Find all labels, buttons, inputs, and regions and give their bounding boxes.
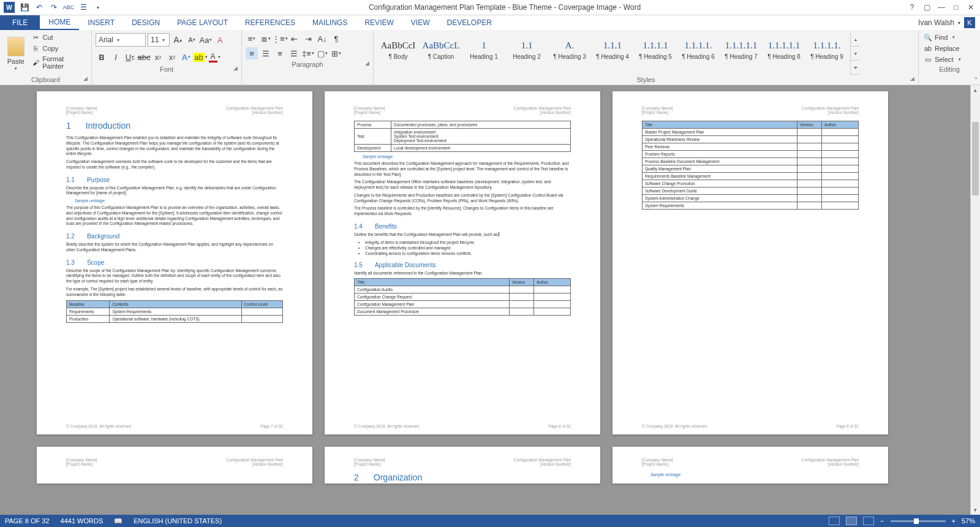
user-badge: K bbox=[964, 17, 975, 28]
minimize-icon[interactable]: — bbox=[937, 3, 946, 12]
line-spacing-button[interactable]: ‡≡▾ bbox=[302, 47, 314, 59]
grow-font-button[interactable]: A▴ bbox=[172, 34, 184, 46]
copy-button[interactable]: ⎘Copy bbox=[30, 44, 88, 53]
font-color-button[interactable]: A▾ bbox=[208, 51, 221, 63]
styles-more-icon[interactable]: ⏷ bbox=[851, 61, 860, 75]
brush-icon: 🖌 bbox=[31, 58, 40, 67]
paragraph-launcher-icon[interactable]: ◢ bbox=[365, 58, 369, 68]
subscript-button[interactable]: x2 bbox=[152, 51, 164, 63]
borders-button[interactable]: ⊞▾ bbox=[330, 47, 342, 59]
clipboard-launcher-icon[interactable]: ◢ bbox=[83, 74, 88, 83]
align-right-button[interactable]: ≡ bbox=[274, 47, 286, 59]
styles-scroll[interactable]: ▴ ▾ ⏷ bbox=[850, 32, 860, 75]
style-item[interactable]: AaBbCcL¶ Caption bbox=[420, 32, 462, 68]
strikethrough-button[interactable]: abc bbox=[138, 51, 150, 63]
undo-icon[interactable]: ↶ bbox=[34, 2, 44, 12]
spellcheck-icon[interactable]: ABC bbox=[64, 2, 74, 12]
copy-icon: ⎘ bbox=[31, 44, 40, 53]
increase-indent-button[interactable]: ⇥ bbox=[302, 32, 314, 45]
maximize-icon[interactable]: □ bbox=[952, 3, 960, 12]
scissors-icon: ✂ bbox=[31, 33, 40, 42]
multilevel-button[interactable]: ⋮≡▾ bbox=[274, 32, 286, 45]
window-title: Configuration Management Plan Template -… bbox=[107, 3, 903, 12]
help-icon[interactable]: ? bbox=[908, 3, 916, 12]
paste-button[interactable]: Paste ▾ bbox=[4, 32, 28, 75]
tab-insert[interactable]: INSERT bbox=[79, 15, 123, 30]
word-icon: W bbox=[4, 2, 15, 13]
ribbon-tabs: FILE HOME INSERT DESIGN PAGE LAYOUT REFE… bbox=[0, 15, 980, 30]
justify-button[interactable]: ☰ bbox=[288, 47, 300, 59]
group-font: Arial▾ 11▾ A▴ A▾ Aa▾ A B I U▾ abc x2 x2 … bbox=[92, 30, 242, 85]
user-name: Ivan Walsh bbox=[918, 18, 954, 27]
style-item[interactable]: 1.1.1.1¶ Heading 5 bbox=[635, 32, 676, 68]
style-item[interactable]: 1.1.1.1.¶ Heading 9 bbox=[806, 32, 848, 68]
bullets-button[interactable]: ≡▾ bbox=[246, 32, 258, 45]
style-item[interactable]: AaBbCcI¶ Body bbox=[377, 32, 419, 68]
touch-mode-icon[interactable]: ☰ bbox=[78, 2, 88, 12]
group-clipboard: Paste ▾ ✂Cut ⎘Copy 🖌Format Painter Clipb… bbox=[0, 30, 92, 85]
sort-button[interactable]: A↓ bbox=[316, 32, 328, 45]
tab-developer[interactable]: DEVELOPER bbox=[438, 15, 500, 30]
group-editing: 🔍Find▾ abReplace ▭Select▾ Editing bbox=[919, 30, 980, 85]
show-marks-button[interactable]: ¶ bbox=[330, 32, 342, 45]
tab-mailings[interactable]: MAILINGS bbox=[304, 15, 356, 30]
numbering-button[interactable]: ≣▾ bbox=[260, 32, 272, 45]
change-case-button[interactable]: Aa▾ bbox=[200, 34, 212, 46]
collapse-ribbon-icon[interactable]: ˄ bbox=[974, 77, 978, 83]
tab-references[interactable]: REFERENCES bbox=[236, 15, 304, 30]
select-button[interactable]: ▭Select▾ bbox=[922, 55, 976, 64]
shading-button[interactable]: ▢▾ bbox=[316, 47, 328, 59]
underline-button[interactable]: U▾ bbox=[124, 51, 136, 63]
cut-button[interactable]: ✂Cut bbox=[30, 32, 88, 42]
bold-button[interactable]: B bbox=[96, 51, 108, 63]
style-item[interactable]: 1.1Heading 2 bbox=[506, 32, 548, 68]
qat-customize-icon[interactable]: ▾ bbox=[93, 2, 103, 12]
style-item[interactable]: 1.1.1.1.1¶ Heading 7 bbox=[720, 32, 762, 68]
decrease-indent-button[interactable]: ⇤ bbox=[288, 32, 300, 45]
quick-access-toolbar: W 💾 ↶ ↷ ABC ☰ ▾ bbox=[0, 2, 107, 13]
tab-home[interactable]: HOME bbox=[40, 15, 79, 30]
highlight-button[interactable]: ab▾ bbox=[194, 51, 206, 63]
tab-design[interactable]: DESIGN bbox=[123, 15, 168, 30]
font-size-combo[interactable]: 11▾ bbox=[148, 33, 170, 47]
text-effects-button[interactable]: A▾ bbox=[180, 51, 192, 63]
title-bar: W 💾 ↶ ↷ ABC ☰ ▾ Configuration Management… bbox=[0, 0, 980, 15]
align-left-button[interactable]: ≡ bbox=[246, 47, 258, 59]
save-icon[interactable]: 💾 bbox=[20, 2, 29, 12]
cursor-icon: ▭ bbox=[924, 55, 932, 64]
redo-icon[interactable]: ↷ bbox=[49, 2, 59, 12]
font-name-combo[interactable]: Arial▾ bbox=[96, 33, 146, 47]
find-button[interactable]: 🔍Find▾ bbox=[922, 32, 976, 42]
group-paragraph: ≡▾ ≣▾ ⋮≡▾ ⇤ ⇥ A↓ ¶ ≡ ☰ ≡ ☰ ‡≡▾ ▢▾ ⊞▾ Par… bbox=[242, 30, 374, 85]
styles-launcher-icon[interactable]: ◢ bbox=[910, 74, 914, 83]
styles-scroll-down-icon[interactable]: ▾ bbox=[851, 47, 860, 61]
tab-view[interactable]: VIEW bbox=[402, 15, 439, 30]
search-icon: 🔍 bbox=[924, 33, 932, 42]
close-icon[interactable]: ✕ bbox=[967, 3, 975, 12]
style-item[interactable]: 1.1.1.1.1¶ Heading 8 bbox=[763, 32, 805, 68]
superscript-button[interactable]: x2 bbox=[166, 51, 178, 63]
styles-gallery[interactable]: AaBbCcI¶ BodyAaBbCcL¶ Caption1Heading 11… bbox=[377, 32, 848, 75]
style-item[interactable]: 1Heading 1 bbox=[463, 32, 505, 68]
style-item[interactable]: A.¶ Heading 3 bbox=[549, 32, 590, 68]
shrink-font-button[interactable]: A▾ bbox=[186, 34, 198, 46]
font-launcher-icon[interactable]: ◢ bbox=[233, 63, 238, 73]
styles-scroll-up-icon[interactable]: ▴ bbox=[851, 32, 860, 47]
replace-button[interactable]: abReplace bbox=[922, 44, 976, 53]
ribbon: Paste ▾ ✂Cut ⎘Copy 🖌Format Painter Clipb… bbox=[0, 30, 980, 85]
align-center-button[interactable]: ☰ bbox=[260, 47, 272, 59]
tab-review[interactable]: REVIEW bbox=[356, 15, 402, 30]
tab-page-layout[interactable]: PAGE LAYOUT bbox=[168, 15, 236, 30]
style-item[interactable]: 1.1.1¶ Heading 4 bbox=[592, 32, 633, 68]
ribbon-display-icon[interactable]: ▢ bbox=[922, 3, 931, 12]
file-tab[interactable]: FILE bbox=[0, 15, 40, 30]
paste-icon bbox=[7, 37, 24, 56]
italic-button[interactable]: I bbox=[110, 51, 122, 63]
clear-formatting-button[interactable]: A bbox=[214, 34, 226, 46]
style-item[interactable]: 1.1.1.1.¶ Heading 6 bbox=[677, 32, 719, 68]
replace-icon: ab bbox=[924, 44, 932, 53]
format-painter-button[interactable]: 🖌Format Painter bbox=[30, 55, 88, 70]
group-styles: AaBbCcI¶ BodyAaBbCcL¶ Caption1Heading 11… bbox=[374, 30, 919, 85]
user-account[interactable]: Ivan Walsh ▾ K bbox=[913, 15, 980, 30]
